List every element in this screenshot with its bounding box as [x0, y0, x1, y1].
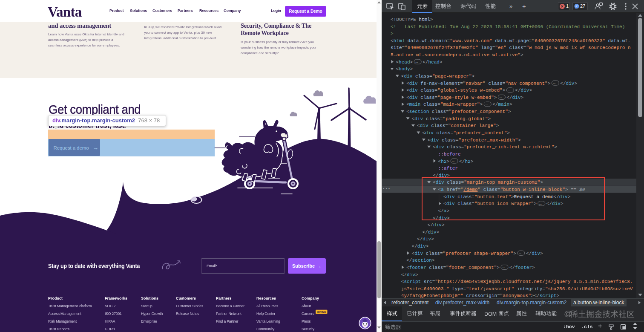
svg-text:div: div — [414, 251, 423, 256]
svg-text:<: < — [422, 130, 425, 136]
svg-text:>: > — [437, 230, 440, 235]
svg-text:<: < — [406, 102, 409, 107]
svg-text:=: = — [443, 265, 446, 270]
svg-text:>: > — [532, 265, 535, 270]
svg-text:>: > — [509, 102, 512, 107]
svg-text:data-wf-: data-wf- — [608, 38, 631, 43]
svg-text:>: > — [531, 293, 534, 298]
svg-text:</: </ — [401, 272, 407, 277]
svg-text:div: div — [423, 237, 431, 242]
svg-text:"prefooter_max-width": "prefooter_max-width" — [459, 138, 518, 143]
svg-text:::after: ::after — [438, 166, 458, 171]
svg-text:=: = — [402, 45, 405, 50]
svg-text:=: = — [460, 81, 463, 86]
svg-text:>: > — [488, 116, 491, 121]
svg-text:=: = — [529, 38, 532, 43]
svg-text:<: < — [438, 159, 441, 164]
svg-text:>: > — [529, 88, 532, 93]
svg-text:…: … — [553, 81, 556, 85]
svg-text:script: script — [540, 293, 557, 298]
svg-text:div: div — [512, 95, 521, 100]
svg-text:=: = — [440, 116, 443, 121]
svg-text:>: > — [497, 265, 500, 270]
svg-text:script: script — [404, 279, 421, 284]
svg-text:class: class — [415, 74, 429, 79]
svg-text:<: < — [406, 109, 409, 114]
svg-text:>: > — [432, 258, 435, 263]
svg-text:>: > — [426, 244, 429, 249]
svg-text:=: = — [447, 38, 450, 43]
svg-text:</: </ — [412, 244, 417, 249]
svg-text:</: </ — [422, 230, 428, 235]
svg-text:html: html — [394, 38, 405, 43]
svg-text:=: = — [435, 88, 438, 93]
svg-text:<: < — [417, 123, 420, 128]
svg-text:div: div — [407, 272, 415, 277]
svg-text:"anonymous": "anonymous" — [500, 293, 531, 298]
svg-text:class: class — [488, 81, 502, 86]
svg-text:>: > — [472, 74, 475, 79]
svg-text:>: > — [480, 102, 483, 107]
svg-text:integrity: integrity — [517, 286, 543, 292]
svg-text:data-wf-domain: data-wf-domain — [408, 38, 447, 43]
svg-text:"global-styles w-embed": "global-styles w-embed" — [437, 88, 502, 93]
svg-text:h2: h2 — [441, 159, 446, 164]
svg-text:src: src — [424, 279, 432, 284]
svg-text:"page-style w-embed": "page-style w-embed" — [437, 95, 494, 100]
svg-text:"w-mod-js w-mod-ix wf-sourceco: "w-mod-js w-mod-ix wf-sourcecodepro-n — [526, 45, 630, 50]
svg-text:<: < — [406, 265, 409, 270]
svg-text:<: < — [401, 279, 404, 284]
svg-text:class: class — [420, 88, 434, 93]
svg-text:>: > — [520, 52, 523, 58]
svg-text:div: div — [414, 116, 423, 121]
svg-text:…: … — [415, 59, 418, 64]
svg-text:div: div — [428, 230, 437, 235]
svg-text:=: = — [461, 144, 464, 150]
svg-text:=: = — [456, 138, 459, 143]
svg-text:>: > — [410, 66, 413, 72]
svg-text:<: < — [406, 81, 409, 86]
svg-text:fs-nav-element: fs-nav-element — [420, 81, 460, 86]
svg-text:=: = — [429, 74, 432, 79]
svg-text:"64009032676f248ca0f00323": "64009032676f248ca0f00323" — [532, 38, 605, 43]
svg-text:<: < — [428, 138, 431, 143]
svg-text:"nav_component": "nav_component" — [505, 81, 547, 86]
svg-text:=: = — [451, 130, 454, 136]
svg-text:"www.vanta.com": "www.vanta.com" — [450, 38, 492, 43]
svg-text:4y/faTqgFtohetphbbj0=": 4y/faTqgFtohetphbbj0=" — [401, 293, 463, 298]
svg-text:…: … — [519, 251, 522, 255]
svg-text:>: > — [508, 109, 511, 114]
svg-text:<: < — [396, 66, 399, 72]
svg-text:>: > — [503, 88, 506, 93]
svg-text:"prefooter_shape-wrapper": "prefooter_shape-wrapper" — [443, 251, 514, 256]
svg-text:<: < — [391, 38, 394, 43]
svg-text:div: div — [566, 81, 575, 86]
svg-text:=: = — [542, 286, 545, 292]
svg-text:main: main — [498, 102, 509, 107]
svg-text:=: = — [432, 279, 435, 284]
svg-text:footer: footer — [515, 265, 532, 270]
svg-text:div: div — [425, 130, 434, 136]
svg-text:>: > — [430, 17, 433, 22]
svg-text:div: div — [521, 88, 529, 93]
svg-text:class: class — [442, 138, 456, 143]
svg-text:<!-- Last Published: Tue Aug 2: <!-- Last Published: Tue Aug 22 2023 15:… — [391, 24, 633, 29]
svg-text:…: … — [452, 159, 455, 163]
svg-text:>: > — [494, 95, 497, 100]
svg-text:class: class — [432, 109, 446, 114]
svg-text:…: … — [508, 88, 511, 92]
svg-text:>: > — [521, 95, 524, 100]
svg-text:"prefooter_rich-text w-richtex: "prefooter_rich-text w-richtext" — [464, 144, 554, 150]
svg-text:"sha256-9/aliU8dGd2tb6OSsuzixe: "sha256-9/aliU8dGd2tb6OSsuzixeV — [545, 286, 633, 292]
svg-text:class: class — [423, 102, 437, 107]
svg-text:class: class — [429, 265, 443, 270]
svg-text:"footer_component": "footer_component" — [446, 265, 497, 270]
svg-text:class: class — [431, 123, 445, 128]
svg-text:class: class — [509, 45, 523, 50]
svg-text:div: div — [417, 244, 426, 249]
svg-text:::before: ::before — [438, 152, 461, 157]
svg-text:div: div — [433, 222, 442, 228]
svg-text:<: < — [401, 74, 404, 79]
svg-text:"padding-global": "padding-global" — [443, 116, 488, 121]
svg-text:>: > — [556, 293, 559, 298]
